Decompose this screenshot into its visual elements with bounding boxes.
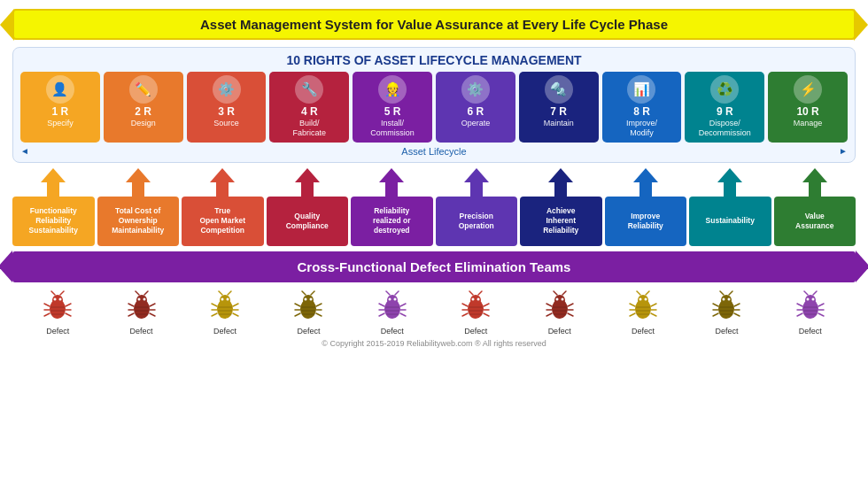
rights-card-number: 8 R: [633, 106, 650, 117]
rights-card-3: ⚙️3 RSource: [187, 72, 267, 143]
bug-label-6: Defect: [464, 327, 487, 336]
svg-line-71: [400, 313, 406, 316]
rights-card-label: Design: [131, 119, 156, 128]
rights-card-label: Manage: [794, 119, 823, 128]
rights-card-icon: ✏️: [129, 75, 158, 104]
value-box-6: Precision Operation: [436, 197, 518, 246]
top-banner: Asset Management System for Value Assura…: [12, 9, 856, 40]
rights-card-7: 🔩7 RMaintain: [519, 72, 599, 143]
svg-point-108: [645, 297, 647, 300]
svg-line-144: [818, 304, 824, 306]
svg-point-1: [52, 295, 63, 305]
rights-card-icon: ⚙️: [213, 75, 241, 104]
rights-card-label: Operate: [461, 119, 491, 128]
svg-line-128: [713, 313, 718, 316]
arrow-body: [554, 182, 567, 197]
rights-card-label: Source: [213, 119, 239, 128]
bug-icon-10: [794, 289, 826, 325]
svg-point-17: [137, 297, 140, 300]
svg-line-96: [546, 304, 552, 306]
svg-point-136: [805, 295, 816, 305]
bug-col-2: Defect: [99, 289, 182, 336]
rights-card-label: Dispose/ Decommission: [699, 119, 751, 138]
bug-label-10: Defect: [799, 327, 822, 336]
svg-line-20: [144, 291, 148, 295]
arrow-up: [520, 168, 602, 197]
rights-card-label: Install/ Commission: [370, 119, 415, 138]
arrow-up: [182, 168, 264, 197]
bugs-row: Defect Defect: [12, 289, 856, 336]
svg-line-38: [212, 313, 217, 316]
svg-point-33: [227, 297, 229, 300]
arrow-body: [385, 182, 398, 197]
svg-point-47: [305, 297, 307, 300]
bug-icon-9: [710, 289, 742, 325]
svg-line-114: [651, 304, 656, 306]
bug-col-10: Defect: [769, 289, 852, 336]
svg-line-98: [546, 313, 552, 316]
bug-label-3: Defect: [213, 327, 236, 336]
svg-line-101: [568, 313, 573, 316]
rights-card-icon: 👷: [378, 75, 407, 104]
rights-card-label: Specify: [47, 119, 74, 128]
value-col-10: Value Assurance: [774, 168, 856, 246]
rights-card-label: Improve/ Modify: [626, 119, 657, 138]
value-box-5: Reliability realized or destroyed: [351, 197, 433, 246]
bug-icon-1: [42, 289, 74, 325]
rights-card-number: 1 R: [52, 106, 69, 117]
svg-point-122: [723, 297, 725, 300]
svg-point-3: [59, 297, 62, 300]
rights-card-8: 📊8 RImprove/ Modify: [602, 72, 682, 143]
value-col-1: Functionality Reliability Sustainability: [12, 168, 95, 246]
svg-point-2: [54, 297, 57, 300]
bug-col-9: Defect: [685, 289, 768, 336]
svg-line-79: [469, 291, 473, 295]
svg-point-137: [806, 297, 809, 300]
value-col-8: Improve Reliability: [605, 168, 687, 246]
bug-col-8: Defect: [601, 289, 685, 336]
rights-card-label: Maintain: [544, 119, 574, 128]
svg-line-64: [386, 291, 390, 295]
svg-line-68: [379, 313, 384, 316]
rights-card-number: 4 R: [301, 106, 318, 117]
svg-point-46: [303, 295, 314, 305]
svg-point-61: [387, 295, 398, 305]
svg-point-91: [554, 295, 565, 305]
value-box-1: Functionality Reliability Sustainability: [12, 197, 95, 246]
svg-line-4: [51, 291, 55, 295]
svg-line-50: [311, 291, 314, 295]
rights-card-icon: ♻️: [710, 75, 739, 104]
arrow-head: [717, 168, 742, 182]
arrow-up: [436, 168, 518, 197]
bug-col-6: Defect: [434, 289, 517, 336]
svg-point-106: [638, 295, 648, 305]
svg-line-41: [233, 313, 238, 316]
svg-line-36: [212, 304, 217, 306]
svg-line-56: [316, 313, 322, 316]
value-col-3: True Open Market Competition: [182, 168, 264, 246]
main-container: Asset Management System for Value Assura…: [0, 0, 868, 353]
svg-line-6: [44, 304, 50, 306]
value-box-3: True Open Market Competition: [182, 197, 264, 246]
rights-card-icon: ⚡: [794, 75, 822, 104]
bug-icon-2: [126, 289, 158, 325]
svg-point-107: [639, 297, 642, 300]
arrow-body: [47, 182, 59, 197]
svg-line-99: [568, 304, 573, 306]
rights-card-number: 3 R: [218, 106, 235, 117]
bug-label-7: Defect: [548, 327, 571, 336]
svg-point-121: [721, 295, 732, 305]
arrow-up: [605, 168, 687, 197]
svg-line-80: [478, 291, 482, 295]
arrow-head: [802, 168, 827, 182]
bug-label-4: Defect: [297, 327, 320, 336]
bug-icon-4: [292, 289, 324, 325]
svg-point-62: [388, 297, 391, 300]
svg-line-49: [302, 291, 306, 295]
svg-line-146: [818, 313, 824, 316]
svg-line-11: [66, 313, 71, 316]
asset-lifecycle-label: Asset Lifecycle: [20, 146, 848, 157]
rights-cards: 👤1 RSpecify✏️2 RDesign⚙️3 RSource🔧4 RBui…: [20, 72, 848, 143]
svg-point-77: [472, 297, 475, 300]
rights-card-4: 🔧4 RBuild/ Fabricate: [269, 72, 349, 143]
